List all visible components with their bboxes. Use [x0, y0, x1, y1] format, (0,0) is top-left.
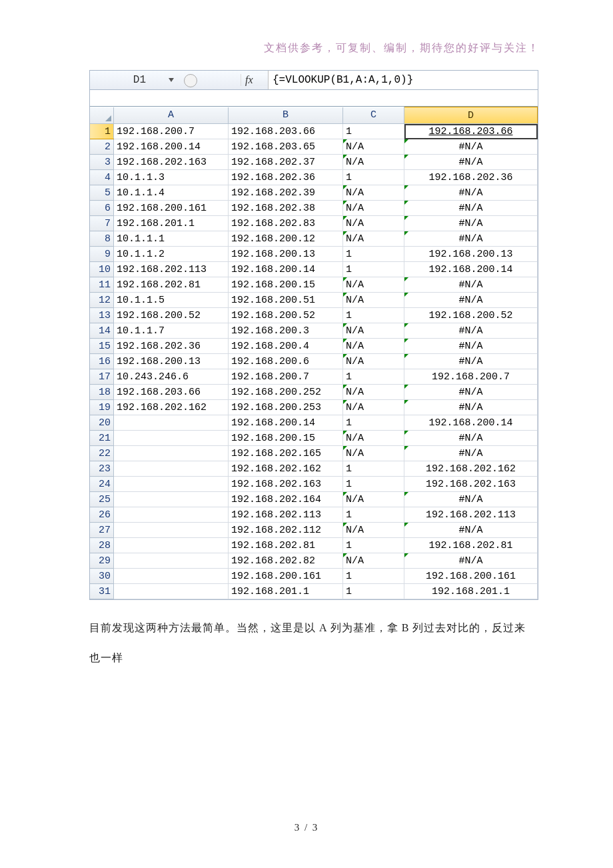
cell-b[interactable]: 192.168.202.113 [229, 507, 343, 523]
cell-c[interactable]: N/A [343, 139, 404, 155]
cell-d[interactable]: #N/A [404, 523, 538, 538]
cell-c[interactable]: N/A [343, 231, 404, 247]
fx-label[interactable]: fx [241, 74, 268, 86]
row-header[interactable]: 16 [90, 354, 114, 369]
row-header[interactable]: 11 [90, 277, 114, 293]
cell-c[interactable]: N/A [343, 185, 404, 201]
cell-c[interactable]: N/A [343, 293, 404, 308]
row-header[interactable]: 15 [90, 339, 114, 354]
cell-c[interactable]: 1 [343, 461, 404, 477]
cell-d[interactable]: 192.168.202.162 [404, 461, 538, 477]
cell-a[interactable]: 192.168.202.162 [114, 400, 229, 415]
row-header[interactable]: 24 [90, 477, 114, 492]
cell-d[interactable]: 192.168.200.52 [404, 308, 538, 323]
cell-d[interactable]: #N/A [404, 446, 538, 461]
cell-b[interactable]: 192.168.202.37 [229, 155, 343, 170]
cell-c[interactable]: N/A [343, 492, 404, 507]
row-header[interactable]: 19 [90, 400, 114, 415]
cell-c[interactable]: N/A [343, 339, 404, 354]
row-header[interactable]: 12 [90, 293, 114, 308]
cell-d[interactable]: 192.168.200.14 [404, 262, 538, 277]
cell-c[interactable]: 1 [343, 538, 404, 553]
cell-a[interactable]: 10.1.1.1 [114, 231, 229, 247]
cell-d[interactable]: 192.168.200.7 [404, 369, 538, 385]
cell-b[interactable]: 192.168.202.38 [229, 201, 343, 216]
cell-c[interactable]: 1 [343, 247, 404, 262]
cell-d[interactable]: 192.168.200.161 [404, 569, 538, 584]
cell-a[interactable]: 10.243.246.6 [114, 369, 229, 385]
cell-d[interactable]: #N/A [404, 431, 538, 446]
cell-a[interactable]: 10.1.1.2 [114, 247, 229, 262]
cell-b[interactable]: 192.168.200.161 [229, 569, 343, 584]
cell-c[interactable]: N/A [343, 354, 404, 369]
cell-c[interactable]: 1 [343, 308, 404, 323]
chevron-down-icon[interactable] [169, 78, 174, 82]
cell-a[interactable]: 10.1.1.3 [114, 170, 229, 185]
cell-b[interactable]: 192.168.200.15 [229, 277, 343, 293]
cell-a[interactable]: 192.168.200.52 [114, 308, 229, 323]
formula-input[interactable]: {=VLOOKUP(B1,A:A,1,0)} [268, 71, 538, 89]
cell-d[interactable]: 192.168.202.36 [404, 170, 538, 185]
cell-c[interactable]: 1 [343, 584, 404, 599]
cell-b[interactable]: 192.168.200.12 [229, 231, 343, 247]
row-header[interactable]: 17 [90, 369, 114, 385]
cell-c[interactable]: N/A [343, 385, 404, 400]
cell-b[interactable]: 192.168.200.6 [229, 354, 343, 369]
col-header-a[interactable]: A [114, 107, 229, 124]
row-header[interactable]: 21 [90, 431, 114, 446]
cell-a[interactable]: 192.168.200.7 [114, 124, 229, 139]
cell-d[interactable]: 192.168.201.1 [404, 584, 538, 599]
row-header[interactable]: 9 [90, 247, 114, 262]
cell-b[interactable]: 192.168.200.52 [229, 308, 343, 323]
row-header[interactable]: 2 [90, 139, 114, 155]
row-header[interactable]: 8 [90, 231, 114, 247]
cell-c[interactable]: 1 [343, 415, 404, 431]
cell-a[interactable] [114, 507, 229, 523]
cell-d[interactable]: #N/A [404, 492, 538, 507]
row-header[interactable]: 28 [90, 538, 114, 553]
cell-a[interactable]: 192.168.202.113 [114, 262, 229, 277]
cell-c[interactable]: 1 [343, 170, 404, 185]
cell-b[interactable]: 192.168.202.83 [229, 216, 343, 231]
cell-c[interactable]: N/A [343, 216, 404, 231]
row-header[interactable]: 27 [90, 523, 114, 538]
cell-d[interactable]: 192.168.202.113 [404, 507, 538, 523]
cell-a[interactable] [114, 477, 229, 492]
cell-c[interactable]: N/A [343, 523, 404, 538]
cell-a[interactable]: 10.1.1.5 [114, 293, 229, 308]
cell-c[interactable]: 1 [343, 569, 404, 584]
row-header[interactable]: 31 [90, 584, 114, 599]
cell-b[interactable]: 192.168.200.3 [229, 323, 343, 339]
cell-d[interactable]: #N/A [404, 216, 538, 231]
cell-c[interactable]: 1 [343, 507, 404, 523]
cell-b[interactable]: 192.168.200.252 [229, 385, 343, 400]
row-header[interactable]: 22 [90, 446, 114, 461]
cell-b[interactable]: 192.168.202.112 [229, 523, 343, 538]
row-header[interactable]: 23 [90, 461, 114, 477]
cell-a[interactable]: 192.168.200.14 [114, 139, 229, 155]
cell-b[interactable]: 192.168.201.1 [229, 584, 343, 599]
row-header[interactable]: 26 [90, 507, 114, 523]
cell-d[interactable]: #N/A [404, 139, 538, 155]
row-header[interactable]: 5 [90, 185, 114, 201]
cell-d[interactable]: 192.168.200.13 [404, 247, 538, 262]
cell-d[interactable]: #N/A [404, 385, 538, 400]
cell-a[interactable]: 192.168.201.1 [114, 216, 229, 231]
row-header[interactable]: 18 [90, 385, 114, 400]
cell-b[interactable]: 192.168.202.36 [229, 170, 343, 185]
row-header[interactable]: 20 [90, 415, 114, 431]
cell-c[interactable]: N/A [343, 201, 404, 216]
cell-b[interactable]: 192.168.200.4 [229, 339, 343, 354]
cancel-circle-icon[interactable] [184, 74, 197, 87]
cell-b[interactable]: 192.168.203.66 [229, 124, 343, 139]
cell-a[interactable] [114, 492, 229, 507]
cell-c[interactable]: N/A [343, 431, 404, 446]
cell-c[interactable]: N/A [343, 323, 404, 339]
cell-d[interactable]: #N/A [404, 277, 538, 293]
cell-d[interactable]: #N/A [404, 553, 538, 569]
row-header[interactable]: 30 [90, 569, 114, 584]
cell-a[interactable] [114, 584, 229, 599]
cell-a[interactable] [114, 553, 229, 569]
cell-d[interactable]: 192.168.202.81 [404, 538, 538, 553]
cell-d[interactable]: 192.168.203.66 [404, 124, 538, 139]
